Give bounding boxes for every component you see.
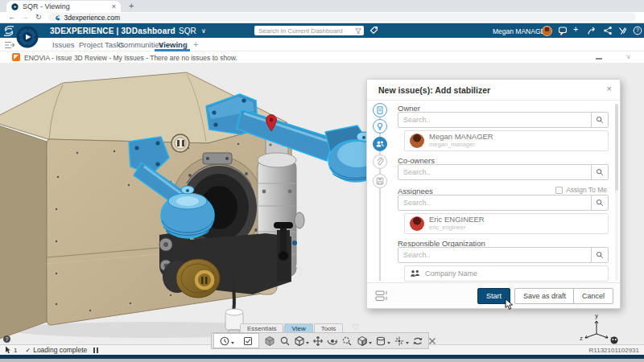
orbit-icon[interactable] — [327, 335, 338, 347]
dassault-logo — [2, 25, 15, 37]
responsible-org-search — [398, 247, 609, 263]
owner-username: megan_manager — [429, 142, 493, 149]
tag-icon[interactable] — [369, 26, 378, 35]
model-display-icon[interactable] — [357, 335, 372, 347]
turntable-icon[interactable] — [412, 335, 423, 347]
app-chevron-icon[interactable]: ∨ — [201, 27, 206, 35]
assignee-avatar — [410, 216, 424, 231]
cancel-button[interactable]: Cancel — [573, 288, 613, 304]
selection-check-icon[interactable] — [242, 335, 254, 347]
dialog-footer: Start Save as draft Cancel — [367, 282, 620, 308]
organization-name: Company Name — [425, 269, 477, 278]
tab-close-icon[interactable]: × — [112, 3, 116, 10]
render-style-icon[interactable] — [264, 335, 275, 347]
panel-toggle-icon[interactable] — [4, 41, 15, 49]
app-header: 3DEXPERIENCE | 3DDashboard SQR ∨ Megan M… — [0, 23, 644, 38]
assignees-search-input[interactable] — [398, 195, 591, 210]
assign-to-me-checkbox[interactable]: Assign To Me — [555, 186, 607, 194]
url-field[interactable]: 3dexperience.com — [48, 13, 636, 22]
checkbox-box[interactable] — [555, 187, 563, 194]
new-tab-icon[interactable]: + — [129, 1, 134, 10]
brand-title: 3DEXPERIENCE | 3DDashboard — [50, 27, 175, 35]
app-name[interactable]: SQR — [179, 27, 196, 35]
close-toolbar-icon[interactable] — [427, 335, 438, 347]
selection-count: 1 — [14, 347, 17, 354]
assignee-username: eric_engineer — [429, 224, 485, 232]
browser-tab[interactable]: SQR - Viewing × — [6, 1, 121, 12]
dialog-title: New issue(s): Add stabilizer — [378, 85, 490, 95]
assignee-person-card[interactable]: Eric ENGINEER eric_engineer — [404, 213, 609, 234]
dialog-close-icon[interactable]: × — [607, 84, 612, 93]
avatar[interactable] — [542, 26, 552, 36]
view-cube-icon[interactable] — [294, 335, 309, 347]
step-people-icon[interactable] — [373, 137, 387, 151]
favorites-heart-icon[interactable]: ♡ — [352, 323, 359, 331]
back-icon[interactable]: ← — [8, 14, 15, 21]
reload-icon[interactable]: ↻ — [35, 14, 42, 21]
svg-text:?: ? — [636, 27, 639, 33]
tab-issues[interactable]: Issues — [52, 40, 74, 49]
url-text: 3dexperience.com — [64, 14, 120, 22]
widget-minimize-icon[interactable] — [596, 58, 602, 60]
pause-icon[interactable] — [93, 348, 98, 353]
browser-tab-title: SQR - Viewing — [23, 2, 108, 10]
zoom-lasso-icon[interactable] — [341, 335, 353, 347]
owner-search-input[interactable] — [398, 113, 591, 127]
add-icon[interactable]: + — [573, 24, 578, 34]
help-icon[interactable]: ? — [633, 26, 642, 35]
coowners-search-icon[interactable] — [591, 165, 608, 179]
explode-icon[interactable] — [394, 335, 409, 347]
selection-cursor-icon — [5, 346, 12, 354]
dialog-scrollbar[interactable] — [615, 104, 618, 281]
responsible-org-search-input[interactable] — [398, 248, 591, 262]
svg-text:z: z — [580, 335, 583, 341]
add-tab-icon[interactable]: + — [193, 39, 198, 49]
pan-icon[interactable] — [312, 335, 324, 347]
view-history-icon[interactable] — [219, 335, 234, 347]
3dexperience-compass[interactable] — [16, 26, 39, 48]
tab-communities[interactable]: Communities — [118, 40, 163, 49]
new-issue-dialog: New issue(s): Add stabilizer × Owner — [366, 79, 621, 309]
tab-chevron-icon[interactable]: ∨ — [184, 41, 188, 47]
dashboard-search-input[interactable] — [254, 26, 364, 35]
section-icon[interactable] — [375, 335, 390, 347]
dialog-divider — [367, 100, 620, 101]
viewer-icon-bar — [211, 332, 429, 349]
step-details-icon[interactable] — [373, 103, 387, 117]
share-network-icon[interactable] — [603, 26, 613, 35]
owner-person-card[interactable]: Megan MANAGER megan_manager — [404, 130, 609, 151]
step-location-icon[interactable] — [373, 119, 387, 134]
release-version: R1132101102931 — [589, 347, 639, 354]
owner-search — [398, 112, 609, 128]
owner-search-icon[interactable] — [591, 113, 608, 127]
swym-icon[interactable] — [617, 26, 627, 35]
search-filter-icon[interactable] — [355, 28, 361, 35]
enovia-app-icon — [12, 53, 20, 61]
probe-cable — [233, 278, 235, 311]
zoom-icon[interactable] — [279, 335, 291, 347]
coowners-search-input[interactable] — [398, 165, 591, 179]
step-save-icon[interactable] — [373, 174, 387, 188]
widget-header: ENOVIA - Issue 3D Review - My Issues - T… — [0, 51, 644, 63]
responsible-org-search-icon[interactable] — [591, 248, 608, 262]
assignees-search — [398, 195, 609, 211]
assistant-icon[interactable] — [611, 337, 618, 344]
selected-tool-group — [213, 333, 259, 348]
forward-icon[interactable]: → — [22, 14, 29, 21]
browser-address-bar: ← → ↻ 3dexperience.com — [0, 12, 644, 23]
notifications-icon[interactable] — [558, 26, 568, 35]
organization-card[interactable]: Company Name — [404, 265, 609, 282]
save-as-draft-button[interactable]: Save as draft — [514, 288, 575, 304]
viewer-help-icon[interactable]: ? — [3, 335, 10, 343]
widget-menu-icon[interactable]: ∨ — [626, 53, 631, 60]
assign-to-me-label: Assign To Me — [566, 186, 607, 194]
assignees-search-icon[interactable] — [591, 195, 608, 210]
tab-project-tasks[interactable]: Project Tasks — [79, 40, 124, 49]
form-fields-icon[interactable] — [375, 290, 388, 302]
owner-avatar — [410, 134, 424, 148]
browser-tab-strip: SQR - Viewing × + — [0, 0, 644, 12]
browser-favicon — [11, 3, 19, 10]
loading-status: Loading complete — [33, 346, 87, 354]
share-icon[interactable] — [587, 26, 597, 35]
step-attachments-icon[interactable] — [373, 154, 387, 169]
